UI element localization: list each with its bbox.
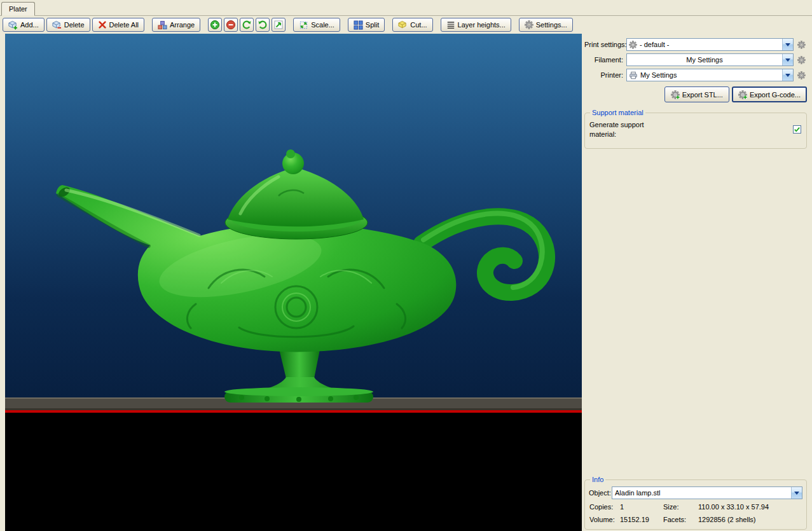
- volume-label: Volume:: [589, 516, 620, 523]
- split-button[interactable]: Split: [348, 18, 385, 32]
- export-row: Export STL... Export G-code...: [584, 86, 807, 102]
- print-settings-value: - default -: [637, 41, 782, 48]
- main-area: Print settings: - default - Filament: My…: [0, 34, 812, 531]
- filament-label: Filament:: [584, 56, 626, 64]
- printer-row: Printer: My Settings: [584, 69, 807, 81]
- filament-value: My Settings: [627, 56, 782, 64]
- size-value: 110.00 x 33.10 x 57.94: [698, 503, 802, 511]
- cube-plus-icon: [8, 20, 18, 30]
- delete-all-button[interactable]: Delete All: [92, 18, 144, 32]
- plus-circle-icon: [210, 20, 220, 30]
- bed-edge-red-line: [5, 410, 582, 413]
- object-label: Object:: [589, 489, 612, 497]
- chevron-down-icon[interactable]: [791, 487, 802, 499]
- cut-cube-icon: [398, 20, 408, 30]
- panel-empty-space: [584, 149, 807, 471]
- export-gcode-label: Export G-code...: [750, 91, 801, 99]
- gear-icon: [525, 20, 533, 29]
- printer-value: My Settings: [638, 71, 782, 79]
- right-panel: Print settings: - default - Filament: My…: [582, 34, 812, 531]
- info-title: Info: [590, 476, 605, 483]
- scale-arrows-icon: [299, 20, 308, 30]
- scale-button-label: Scale...: [311, 21, 334, 29]
- filament-gear-button[interactable]: [795, 54, 807, 66]
- arrange-button-label: Arrange: [170, 21, 195, 29]
- red-x-icon: [98, 20, 107, 29]
- cut-button[interactable]: Cut...: [392, 18, 432, 32]
- rotate-cw-button[interactable]: [256, 18, 270, 32]
- printer-gear-button[interactable]: [795, 69, 807, 81]
- arrange-button[interactable]: Arrange: [152, 18, 200, 32]
- settings-button[interactable]: Settings...: [519, 18, 573, 32]
- split-squares-icon: [354, 20, 363, 30]
- tab-bar: Plater: [0, 0, 812, 16]
- arrange-cubes-icon: [158, 20, 167, 30]
- tab-plater[interactable]: Plater: [1, 2, 35, 16]
- mirror-icon: [273, 20, 284, 30]
- cut-button-label: Cut...: [410, 21, 427, 29]
- rotate-ccw-button[interactable]: [240, 18, 254, 32]
- info-group: Info Object: Aladin lamp.stl Copies: 1 S…: [584, 476, 807, 530]
- support-material-group: Support material Generate support materi…: [584, 109, 807, 149]
- object-row: Object: Aladin lamp.stl: [589, 486, 802, 499]
- printer-icon: [627, 71, 638, 79]
- object-select[interactable]: Aladin lamp.stl: [612, 486, 802, 499]
- print-settings-gear-button[interactable]: [795, 39, 807, 50]
- checkmark-icon: [794, 126, 801, 133]
- tab-plater-label: Plater: [9, 5, 27, 13]
- facets-value: 1292856 (2 shells): [698, 516, 802, 523]
- below-bed-area: [5, 413, 582, 531]
- printer-select[interactable]: My Settings: [626, 69, 794, 81]
- copies-label: Copies:: [589, 503, 620, 511]
- mirror-button[interactable]: [272, 18, 286, 32]
- volume-value: 15152.19: [620, 516, 663, 523]
- toolbar: Add... Delete Delete All Arrange: [0, 16, 812, 34]
- support-material-title: Support material: [590, 109, 645, 116]
- delete-button-label: Delete: [64, 21, 85, 29]
- printer-label: Printer:: [584, 71, 626, 79]
- print-settings-row: Print settings: - default -: [584, 38, 807, 51]
- layer-heights-button-label: Layer heights...: [458, 21, 506, 29]
- object-value: Aladin lamp.stl: [612, 489, 791, 497]
- chevron-down-icon[interactable]: [782, 69, 793, 81]
- rotate-cw-icon: [258, 20, 268, 30]
- chevron-down-icon[interactable]: [782, 54, 793, 66]
- size-label: Size:: [663, 503, 698, 511]
- generate-support-label: Generate support material:: [589, 120, 666, 139]
- info-grid: Copies: 1 Size: 110.00 x 33.10 x 57.94 V…: [589, 503, 802, 525]
- export-stl-button[interactable]: Export STL...: [664, 86, 729, 102]
- settings-button-label: Settings...: [536, 21, 567, 29]
- chevron-down-icon[interactable]: [782, 39, 793, 50]
- facets-label: Facets:: [663, 516, 698, 523]
- layers-icon: [446, 20, 455, 29]
- viewport-3d[interactable]: [5, 34, 582, 531]
- decrease-copies-button[interactable]: [224, 18, 238, 32]
- print-settings-select[interactable]: - default -: [626, 38, 794, 51]
- export-gear-plus-icon: [671, 90, 680, 99]
- generate-support-row: Generate support material:: [589, 118, 802, 144]
- copies-value: 1: [620, 503, 663, 511]
- export-gear-plus-icon: [738, 90, 747, 99]
- add-button-label: Add...: [20, 21, 39, 29]
- layer-heights-button[interactable]: Layer heights...: [441, 18, 511, 32]
- filament-select[interactable]: My Settings: [626, 53, 794, 66]
- scale-button[interactable]: Scale...: [293, 18, 340, 32]
- minus-circle-icon: [226, 20, 236, 30]
- export-gcode-button[interactable]: Export G-code...: [732, 86, 807, 102]
- print-settings-label: Print settings:: [584, 41, 626, 48]
- add-button[interactable]: Add...: [3, 18, 45, 32]
- rotate-ccw-icon: [242, 20, 252, 30]
- cube-minus-icon: [52, 20, 62, 30]
- export-stl-label: Export STL...: [682, 91, 723, 99]
- delete-all-button-label: Delete All: [109, 21, 139, 29]
- delete-button[interactable]: Delete: [46, 18, 90, 32]
- gear-icon: [627, 41, 637, 49]
- slic3r-window: Plater Add... Delete Delete All Arrange: [0, 0, 812, 531]
- generate-support-checkbox[interactable]: [793, 125, 801, 134]
- filament-row: Filament: My Settings: [584, 53, 807, 66]
- viewport-canvas: [5, 34, 582, 531]
- increase-copies-button[interactable]: [208, 18, 222, 32]
- split-button-label: Split: [366, 21, 379, 29]
